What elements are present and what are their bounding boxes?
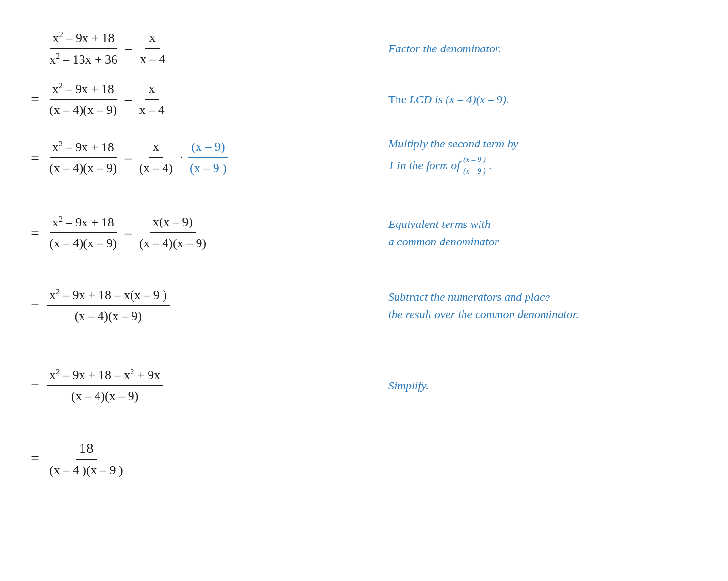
equals-2: = bbox=[29, 92, 41, 107]
frac1-den: x2 – 13x + 36 bbox=[47, 49, 120, 68]
frac10: x2 – 9x + 18 – x(x – 9 ) (x – 4)(x – 9) bbox=[47, 286, 170, 325]
ann2-lcd: LCD bbox=[409, 93, 432, 106]
frac8-num: x2 – 9x + 18 bbox=[50, 213, 117, 233]
ann3-line1: Multiply the second term by bbox=[388, 135, 699, 152]
ann4-line2: a common denominator bbox=[388, 233, 699, 250]
ann3-frac-num: (x – 9 ) bbox=[462, 154, 487, 165]
frac10-den: (x – 4)(x – 9) bbox=[72, 306, 145, 325]
annotation-6: Simplify. bbox=[388, 349, 699, 422]
frac5-num: x2 – 9x + 18 bbox=[50, 138, 117, 158]
minus4: – bbox=[125, 225, 132, 241]
frac8: x2 – 9x + 18 (x – 4)(x – 9) bbox=[47, 213, 120, 253]
frac1-num: x2 – 9x + 18 bbox=[50, 29, 117, 49]
frac10-num: x2 – 9x + 18 – x(x – 9 ) bbox=[47, 286, 170, 306]
ann2-text: The LCD is (x – 4)(x – 9). bbox=[388, 91, 699, 108]
expr-row3: x2 – 9x + 18 (x – 4)(x – 9) – x (x – 4) … bbox=[47, 138, 230, 178]
frac11: x2 – 9x + 18 – x2 + 9x (x – 4)(x – 9) bbox=[47, 366, 163, 405]
expr-row5: x2 – 9x + 18 – x(x – 9 ) (x – 4)(x – 9) bbox=[47, 286, 170, 325]
frac8-den: (x – 4)(x – 9) bbox=[47, 233, 120, 253]
ann3-small-frac: (x – 9 ) (x – 9 ) bbox=[462, 154, 487, 176]
minus2: – bbox=[125, 92, 132, 107]
frac12: 18 (x – 4 )(x – 9 ) bbox=[47, 437, 126, 480]
frac5-den: (x – 4)(x – 9) bbox=[47, 158, 120, 178]
annotation-2: The LCD is (x – 4)(x – 9). bbox=[388, 73, 699, 126]
expr-row1: x2 – 9x + 18 x2 – 13x + 36 – x x – 4 bbox=[47, 29, 168, 69]
annotation-3: Multiply the second term by 1 in the for… bbox=[388, 126, 699, 189]
frac9-num: x(x – 9) bbox=[150, 213, 196, 233]
frac3-den: (x – 4)(x – 9) bbox=[47, 100, 120, 119]
frac9: x(x – 9) (x – 4)(x – 9) bbox=[136, 213, 210, 253]
expr-row2: x2 – 9x + 18 (x – 4)(x – 9) – x x – 4 bbox=[47, 80, 167, 119]
expr-row4: x2 – 9x + 18 (x – 4)(x – 9) – x(x – 9) (… bbox=[47, 213, 209, 253]
frac6-num: x bbox=[149, 138, 163, 158]
frac7: (x – 9) (x – 9 ) bbox=[187, 138, 230, 178]
frac12-den: (x – 4 )(x – 9 ) bbox=[47, 460, 126, 480]
frac3-num: x2 – 9x + 18 bbox=[50, 80, 117, 100]
frac4-num: x bbox=[145, 80, 159, 100]
math-row-7: = 18 (x – 4 )(x – 9 ) bbox=[29, 432, 359, 485]
ann3-period: . bbox=[489, 157, 492, 174]
frac11-den: (x – 4)(x – 9) bbox=[68, 386, 142, 405]
frac6-den: (x – 4) bbox=[136, 158, 176, 178]
ann3-line2: 1 in the form of (x – 9 ) (x – 9 ) . bbox=[388, 154, 699, 176]
math-row-6: = x2 – 9x + 18 – x2 + 9x (x – 4)(x – 9) bbox=[29, 349, 359, 422]
frac2: x x – 4 bbox=[137, 29, 168, 68]
equals-4: = bbox=[29, 225, 41, 241]
expr-row7: 18 (x – 4 )(x – 9 ) bbox=[47, 437, 126, 480]
frac4: x x – 4 bbox=[136, 80, 167, 119]
frac4-den: x – 4 bbox=[136, 100, 167, 119]
ann5-line1: Subtract the numerators and place bbox=[388, 288, 699, 306]
math-row-1: x2 – 9x + 18 x2 – 13x + 36 – x x – 4 bbox=[29, 24, 359, 73]
ann4-line1: Equivalent terms with bbox=[388, 215, 699, 233]
minus3: – bbox=[125, 150, 132, 165]
math-row-2: = x2 – 9x + 18 (x – 4)(x – 9) – x x – 4 bbox=[29, 73, 359, 126]
math-row-5: = x2 – 9x + 18 – x(x – 9 ) (x – 4)(x – 9… bbox=[29, 272, 359, 339]
annotation-1: Factor the denominator. bbox=[388, 24, 699, 73]
ann3-frac-den: (x – 9 ) bbox=[462, 165, 487, 176]
annotation-5: Subtract the numerators and place the re… bbox=[388, 272, 699, 339]
ann3-pre: 1 in the form of bbox=[388, 157, 460, 174]
math-column: x2 – 9x + 18 x2 – 13x + 36 – x x – 4 = x… bbox=[29, 19, 359, 485]
annotation-4: Equivalent terms with a common denominat… bbox=[388, 204, 699, 262]
ann5-line2: the result over the common denominator. bbox=[388, 306, 699, 323]
frac2-den: x – 4 bbox=[137, 49, 168, 68]
ann6-text: Simplify. bbox=[388, 377, 699, 394]
frac2-num: x bbox=[145, 29, 160, 49]
equals-7: = bbox=[29, 451, 41, 466]
page: x2 – 9x + 18 x2 – 13x + 36 – x x – 4 = x… bbox=[29, 19, 699, 485]
frac11-num: x2 – 9x + 18 – x2 + 9x bbox=[47, 366, 163, 386]
frac5: x2 – 9x + 18 (x – 4)(x – 9) bbox=[47, 138, 120, 178]
frac7-den: (x – 9 ) bbox=[187, 158, 230, 178]
equals-6: = bbox=[29, 378, 41, 393]
expr-row6: x2 – 9x + 18 – x2 + 9x (x – 4)(x – 9) bbox=[47, 366, 163, 405]
frac1: x2 – 9x + 18 x2 – 13x + 36 bbox=[47, 29, 120, 69]
ann2-post: is (x – 4)(x – 9). bbox=[435, 93, 509, 106]
frac9-den: (x – 4)(x – 9) bbox=[136, 233, 210, 253]
frac6: x (x – 4) bbox=[136, 138, 176, 178]
dot1: · bbox=[180, 150, 183, 165]
equals-5: = bbox=[29, 298, 41, 313]
frac12-num: 18 bbox=[76, 437, 97, 460]
equals-3: = bbox=[29, 150, 41, 165]
ann1-text: Factor the denominator. bbox=[388, 40, 699, 57]
annotation-column: Factor the denominator. The LCD is (x – … bbox=[359, 19, 699, 485]
frac3: x2 – 9x + 18 (x – 4)(x – 9) bbox=[47, 80, 120, 119]
math-row-3: = x2 – 9x + 18 (x – 4)(x – 9) – x (x – 4… bbox=[29, 126, 359, 189]
minus1: – bbox=[125, 41, 132, 56]
ann2-the: The bbox=[388, 93, 406, 106]
frac7-num: (x – 9) bbox=[188, 138, 228, 158]
math-row-4: = x2 – 9x + 18 (x – 4)(x – 9) – x(x – 9)… bbox=[29, 204, 359, 262]
